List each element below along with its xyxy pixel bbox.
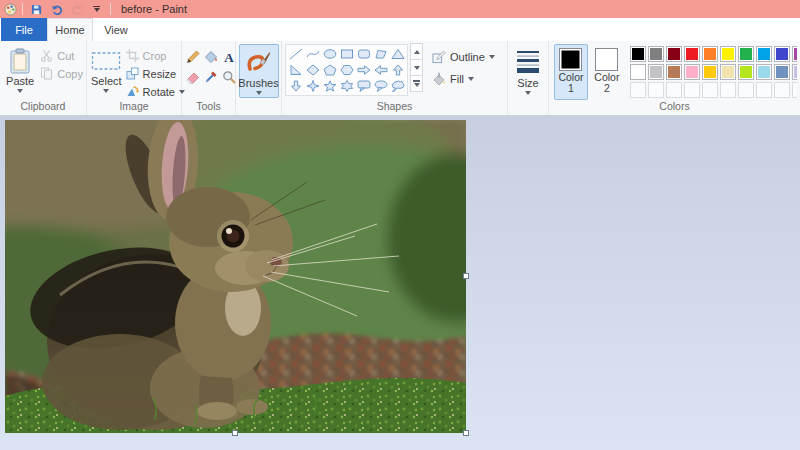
- palette-swatch[interactable]: [666, 64, 682, 80]
- shape-oval-callout-icon[interactable]: [372, 78, 389, 94]
- cut-button[interactable]: Cut: [40, 48, 83, 63]
- palette-swatch[interactable]: [702, 46, 718, 62]
- tab-file[interactable]: File: [1, 18, 47, 41]
- shape-rounded-callout-icon[interactable]: [355, 78, 372, 94]
- palette-swatch[interactable]: [720, 64, 736, 80]
- palette-swatch[interactable]: [684, 46, 700, 62]
- palette-swatch-empty[interactable]: [792, 82, 797, 98]
- palette-swatch[interactable]: [684, 64, 700, 80]
- palette-swatch-empty[interactable]: [630, 82, 646, 98]
- canvas-image-rabbit[interactable]: [5, 120, 466, 433]
- shape-diamond-icon[interactable]: [304, 62, 321, 78]
- magnifier-tool-icon[interactable]: [220, 68, 237, 85]
- palette-swatch-empty[interactable]: [684, 82, 700, 98]
- color-picker-tool-icon[interactable]: [202, 68, 219, 85]
- shape-arrow-left-icon[interactable]: [372, 62, 389, 78]
- shapes-scroll: [410, 44, 423, 92]
- palette-swatch[interactable]: [630, 64, 646, 80]
- palette-swatch[interactable]: [738, 46, 754, 62]
- shapes-scroll-down-button[interactable]: [410, 59, 423, 76]
- cut-label: Cut: [57, 50, 74, 62]
- resize-handle-bottom-right[interactable]: [463, 430, 469, 436]
- color1-button[interactable]: Color 1: [554, 44, 588, 100]
- color1-swatch: [559, 48, 582, 71]
- select-button[interactable]: Select: [90, 44, 123, 100]
- eraser-tool-icon[interactable]: [184, 68, 201, 85]
- palette-swatch[interactable]: [756, 46, 772, 62]
- shape-arrow-down-icon[interactable]: [287, 78, 304, 94]
- resize-handle-bottom-middle[interactable]: [232, 430, 238, 436]
- paste-button[interactable]: Paste: [3, 44, 37, 100]
- shape-hexagon-icon[interactable]: [338, 62, 355, 78]
- shape-triangle-icon[interactable]: [389, 46, 406, 62]
- brushes-icon: [246, 48, 272, 76]
- brushes-button[interactable]: Brushes: [239, 44, 279, 98]
- palette-swatch[interactable]: [774, 46, 790, 62]
- shape-arrow-up-icon[interactable]: [389, 62, 406, 78]
- resize-handle-right-middle[interactable]: [463, 273, 469, 279]
- shape-rounded-rectangle-icon[interactable]: [355, 46, 372, 62]
- shape-pentagon-icon[interactable]: [321, 62, 338, 78]
- window-title: before - Paint: [121, 3, 187, 15]
- resize-label: Resize: [143, 68, 177, 80]
- shape-fill-button[interactable]: Fill: [432, 72, 495, 86]
- svg-text:A: A: [224, 50, 234, 64]
- palette-swatch[interactable]: [738, 64, 754, 80]
- shape-cloud-callout-icon[interactable]: [389, 78, 406, 94]
- palette-swatch[interactable]: [774, 64, 790, 80]
- shape-outline-button[interactable]: Outline: [432, 50, 495, 64]
- shape-rectangle-icon[interactable]: [338, 46, 355, 62]
- shape-right-triangle-icon[interactable]: [287, 62, 304, 78]
- shape-star-5-icon[interactable]: [321, 78, 338, 94]
- palette-swatch-empty[interactable]: [702, 82, 718, 98]
- outline-dropdown-arrow: [489, 55, 495, 59]
- redo-button[interactable]: [68, 2, 85, 17]
- color2-button[interactable]: Color 2: [590, 44, 624, 100]
- tab-home[interactable]: Home: [47, 18, 93, 41]
- size-button[interactable]: Size: [511, 44, 545, 100]
- palette-swatch[interactable]: [702, 64, 718, 80]
- rabbit-photo: [5, 120, 466, 433]
- paste-label: Paste: [6, 76, 34, 87]
- shape-star-4-icon[interactable]: [304, 78, 321, 94]
- rotate-icon: [126, 85, 139, 98]
- palette-swatch[interactable]: [666, 46, 682, 62]
- shape-line-icon[interactable]: [287, 46, 304, 62]
- shape-ellipse-icon[interactable]: [321, 46, 338, 62]
- text-tool-icon[interactable]: A: [220, 48, 237, 65]
- shape-star-6-icon[interactable]: [338, 78, 355, 94]
- group-brushes-spacer: [236, 100, 281, 115]
- group-shapes-label: Shapes: [282, 100, 507, 115]
- pencil-tool-icon[interactable]: [184, 48, 201, 65]
- palette-swatch-empty[interactable]: [648, 82, 664, 98]
- shapes-scroll-up-button[interactable]: [410, 43, 423, 60]
- fill-bucket-tool-icon[interactable]: [202, 48, 219, 65]
- size-icon: [516, 48, 540, 76]
- palette-swatch[interactable]: [648, 46, 664, 62]
- palette-swatch-empty[interactable]: [774, 82, 790, 98]
- rotate-button[interactable]: Rotate: [126, 84, 185, 99]
- qat-customize-dropdown-button[interactable]: [88, 2, 105, 17]
- palette-swatch[interactable]: [792, 64, 797, 80]
- save-button[interactable]: [28, 2, 45, 17]
- shape-arrow-right-icon[interactable]: [355, 62, 372, 78]
- palette-swatch[interactable]: [720, 46, 736, 62]
- palette-swatch-empty[interactable]: [756, 82, 772, 98]
- palette-swatch-empty[interactable]: [720, 82, 736, 98]
- paint-window: before - Paint File Home View Paste: [0, 0, 800, 450]
- size-label: Size: [517, 78, 538, 89]
- palette-swatch[interactable]: [756, 64, 772, 80]
- undo-button[interactable]: [48, 2, 65, 17]
- palette-swatch[interactable]: [630, 46, 646, 62]
- crop-button[interactable]: Crop: [126, 48, 185, 63]
- palette-swatch-empty[interactable]: [666, 82, 682, 98]
- shapes-gallery-more-button[interactable]: [410, 75, 423, 92]
- shape-curve-icon[interactable]: [304, 46, 321, 62]
- palette-swatch[interactable]: [648, 64, 664, 80]
- palette-swatch[interactable]: [792, 46, 797, 62]
- tab-view[interactable]: View: [93, 18, 139, 41]
- copy-button[interactable]: Copy: [40, 66, 83, 81]
- resize-button[interactable]: Resize: [126, 66, 185, 81]
- shape-polygon-icon[interactable]: [372, 46, 389, 62]
- palette-swatch-empty[interactable]: [738, 82, 754, 98]
